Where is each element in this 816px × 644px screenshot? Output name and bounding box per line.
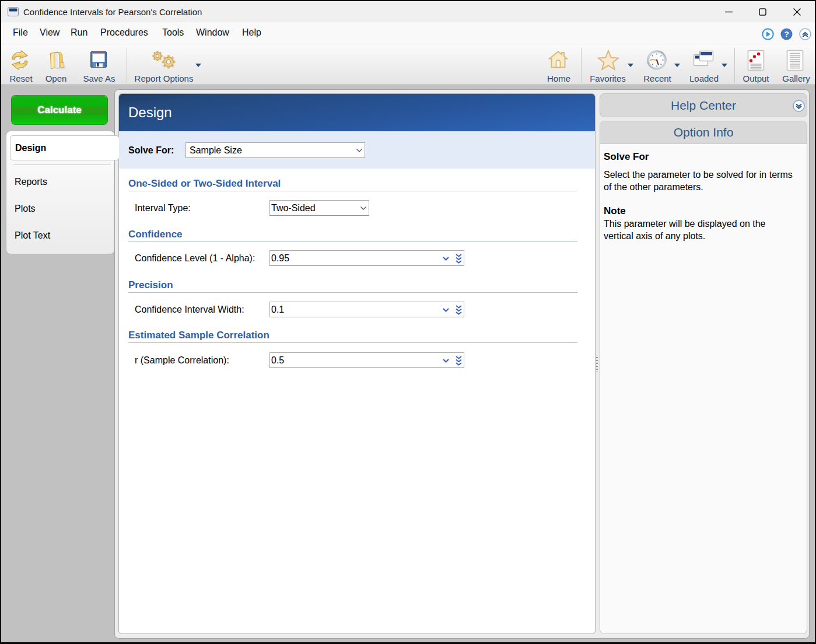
svg-text:?: ?	[784, 30, 789, 38]
